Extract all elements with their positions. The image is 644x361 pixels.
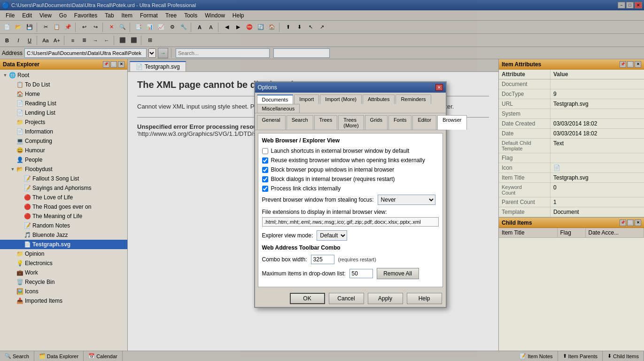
- cb-row-5: Process link clicks internally: [262, 185, 439, 192]
- cb-launch-external-label: Launch shortcuts in external browser win…: [271, 148, 410, 154]
- apply-button[interactable]: Apply: [368, 293, 403, 304]
- combo-width-note: (requires restart): [338, 257, 376, 262]
- cb-row-2: Reuse existing browser window when openi…: [262, 157, 439, 164]
- tab-browser[interactable]: Browser: [437, 115, 466, 130]
- cb-row-3: Block browser popup windows in internal …: [262, 166, 439, 173]
- remove-all-button[interactable]: Remove All: [377, 268, 419, 279]
- tab-reminders[interactable]: Reminders: [396, 94, 431, 104]
- dialog-tabs-row2: General Search Trees Trees (More) Grids …: [255, 113, 446, 130]
- tab-trees[interactable]: Trees: [314, 115, 338, 130]
- tab-editor[interactable]: Editor: [412, 115, 436, 130]
- cb-process-links[interactable]: [262, 186, 268, 192]
- combo-width-input[interactable]: [311, 255, 334, 264]
- combo-width-row: Combo box width: (requires restart): [262, 255, 439, 264]
- web-browser-section-title: Web Browser / Explorer View: [262, 137, 439, 144]
- dialog-controls: ✕: [435, 84, 443, 91]
- file-ext-label: File extensions to display in internal b…: [262, 209, 439, 215]
- tab-import[interactable]: Import: [294, 94, 319, 104]
- prevent-focus-label: Prevent browser window from stealing foc…: [262, 196, 374, 203]
- cb-row-1: Launch shortcuts in external browser win…: [262, 148, 439, 154]
- tab-fonts[interactable]: Fonts: [388, 115, 412, 130]
- tab-trees-more[interactable]: Trees (More): [338, 115, 364, 130]
- tab-attributes[interactable]: Attributes: [363, 94, 395, 104]
- cb-block-dialogs[interactable]: [262, 176, 268, 182]
- cb-launch-external[interactable]: [262, 148, 268, 154]
- cb-block-dialogs-label: Block dialogs in internal browser (requi…: [271, 176, 395, 182]
- explorer-mode-row: Explorer view mode: Default Simple: [262, 230, 439, 241]
- file-ext-input[interactable]: [262, 217, 439, 227]
- max-items-row: Maximum items in drop-down list: Remove …: [262, 268, 439, 279]
- tab-search[interactable]: Search: [287, 115, 313, 130]
- help-button[interactable]: Help: [407, 293, 442, 304]
- cb-reuse-browser[interactable]: [262, 157, 268, 164]
- dialog-tabs-row1: Documents Import Import (More) Attribute…: [255, 93, 446, 113]
- tab-miscellaneous[interactable]: Miscellaneous: [257, 104, 300, 113]
- prevent-focus-select[interactable]: Never Always When not focused: [378, 195, 435, 205]
- max-items-input[interactable]: [349, 269, 373, 278]
- cb-process-links-label: Process link clicks internally: [271, 185, 341, 192]
- tab-grids[interactable]: Grids: [365, 115, 388, 130]
- tab-import-more[interactable]: Import (More): [320, 94, 362, 104]
- options-dialog: Options ✕ Documents Import Import (More)…: [254, 81, 447, 308]
- dialog-title-text: Options: [258, 84, 277, 91]
- cancel-button[interactable]: Cancel: [329, 293, 364, 304]
- dialog-buttons: OK Cancel Apply Help: [255, 290, 446, 307]
- explorer-mode-label: Explorer view mode:: [262, 232, 313, 239]
- cb-block-popups-label: Block browser popup windows in internal …: [271, 166, 395, 173]
- cb-block-popups[interactable]: [262, 167, 268, 173]
- max-items-label: Maximum items in drop-down list:: [262, 270, 346, 277]
- cb-row-4: Block dialogs in internal browser (requi…: [262, 176, 439, 182]
- ok-button[interactable]: OK: [290, 293, 325, 304]
- dialog-content: Web Browser / Explorer View Launch short…: [258, 133, 443, 287]
- cb-reuse-browser-label: Reuse existing browser window when openi…: [271, 157, 425, 164]
- file-ext-row: File extensions to display in internal b…: [262, 209, 439, 230]
- web-address-section-title: Web Address Toolbar Combo: [262, 244, 439, 251]
- tab-documents[interactable]: Documents: [257, 94, 294, 104]
- prevent-focus-row: Prevent browser window from stealing foc…: [262, 195, 439, 205]
- combo-width-label: Combo box width:: [262, 256, 307, 263]
- explorer-mode-select[interactable]: Default Simple: [317, 230, 347, 241]
- dialog-overlay: Options ✕ Documents Import Import (More)…: [0, 0, 644, 361]
- dialog-title-bar: Options ✕: [255, 82, 446, 93]
- dialog-close-button[interactable]: ✕: [435, 84, 443, 91]
- tab-general[interactable]: General: [257, 115, 286, 130]
